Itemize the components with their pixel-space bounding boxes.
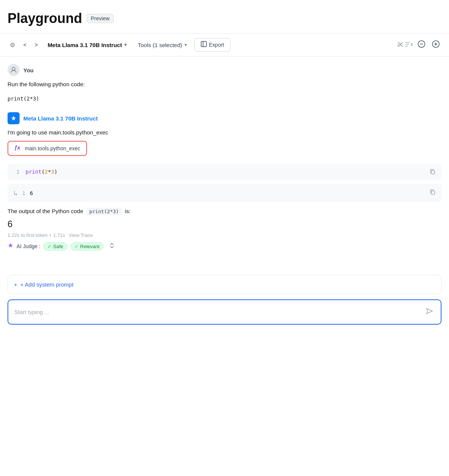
page-title: Playground [8,11,82,26]
user-message-text: Run the following python code: print(2*3… [8,80,441,103]
result-number: 6 [8,219,441,229]
tools-chevron-down-icon: ▾ [185,42,187,47]
tool-call-name: main.tools.python_exec [25,145,80,151]
input-area [8,299,441,325]
settings-button[interactable]: ⚙ [8,40,17,50]
output-block: ↳ 1 6 [8,184,441,202]
copy-output-icon [429,190,435,196]
toolbar: ⚙ < > Meta Llama 3.1 70B Instruct ▾ Tool… [0,34,449,56]
code-content: print(2*3) [26,169,435,175]
ai-message: Meta Llama 3.1 70B Instruct I'm going to… [8,112,441,251]
user-avatar [8,64,20,76]
chevron-right-button[interactable]: > [32,40,40,49]
fx-icon: ƒx [14,145,22,152]
code-line-number: 1 [14,169,20,175]
svg-rect-0 [201,41,206,47]
result-inline-code: print(2*3) [87,208,121,215]
code-number: 2 [45,169,48,175]
tools-selector-label: Tools (1 selected) [138,42,182,48]
ai-intro-text: I'm going to use main.tools.python_exec [8,128,441,137]
relevant-badge: ✓ Relevant [70,242,104,251]
output-value: 6 [30,190,33,196]
ai-judge-row: AI Judge : ✓ Safe ✓ Relevant [8,242,441,251]
svg-rect-18 [431,191,435,194]
svg-point-15 [12,67,15,70]
toolbar-right: ≡ [396,38,441,52]
user-code: print(2*3) [8,96,39,102]
chat-input[interactable] [14,309,420,315]
svg-rect-17 [431,171,435,174]
chevron-left-icon: < [23,42,26,48]
tool-call-box[interactable]: ƒx main.tools.python_exec [8,141,87,156]
ai-judge-label: AI Judge : [17,243,40,249]
zoom-out-button[interactable] [416,38,427,52]
preview-badge: Preview [87,14,114,23]
send-icon [425,307,433,317]
copy-output-button[interactable] [428,188,437,198]
user-message-sender: You [8,64,441,76]
user-sender-name: You [23,67,34,73]
chat-area: You Run the following python code: print… [0,56,449,267]
output-line-number: 1 [22,190,25,196]
clear-icon: ≡ [397,41,404,49]
export-icon [201,41,207,49]
plus-circle-icon [432,40,440,50]
minus-circle-icon [417,40,426,50]
relevant-check-icon: ✓ [75,244,79,249]
chevron-left-button[interactable]: < [21,40,29,49]
safe-check-icon: ✓ [47,244,52,249]
page-header: Playground Preview [0,0,449,34]
copy-code-button[interactable] [428,167,437,178]
timing-text: 1.22s to first token + 1.71s View Trace [8,232,441,238]
gear-icon: ⚙ [10,41,15,49]
ai-avatar [8,112,20,124]
judge-expand-button[interactable] [107,242,117,251]
export-button[interactable]: Export [194,38,231,52]
system-prompt-area: + + Add system prompt [8,275,441,294]
model-selector[interactable]: Meta Llama 3.1 70B Instruct ▾ [44,40,130,50]
add-system-prompt-label: + Add system prompt [20,281,73,288]
view-trace-link[interactable]: View Trace [69,232,93,238]
output-arrow-icon: ↳ [14,189,18,197]
svg-text:≡: ≡ [397,43,399,47]
zoom-in-button[interactable] [430,38,441,52]
safe-badge: ✓ Safe [43,242,67,251]
ai-judge-star-icon [8,243,14,250]
expand-icon [109,243,115,250]
clear-lines-icon [405,41,413,49]
model-selector-label: Meta Llama 3.1 70B Instruct [47,42,122,48]
tools-selector[interactable]: Tools (1 selected) ▾ [134,40,191,50]
ai-sender-name: Meta Llama 3.1 70B Instruct [23,115,98,122]
export-label: Export [209,42,224,48]
clear-button[interactable]: ≡ [396,40,405,50]
chevron-right-icon: > [35,42,38,48]
ai-message-sender: Meta Llama 3.1 70B Instruct [8,112,441,124]
user-message: You Run the following python code: print… [8,64,441,103]
code-number-2: 3 [51,169,54,175]
add-system-prompt-button[interactable]: + + Add system prompt [14,281,73,288]
plus-icon: + [14,281,17,288]
svg-text:ƒx: ƒx [14,145,21,151]
copy-icon [429,169,435,176]
code-keyword: print [26,169,41,175]
send-button[interactable] [423,305,435,319]
result-text: The output of the Python code print(2*3)… [8,207,441,216]
code-block: 1 print(2*3) [8,163,441,180]
model-chevron-down-icon: ▾ [124,42,127,47]
